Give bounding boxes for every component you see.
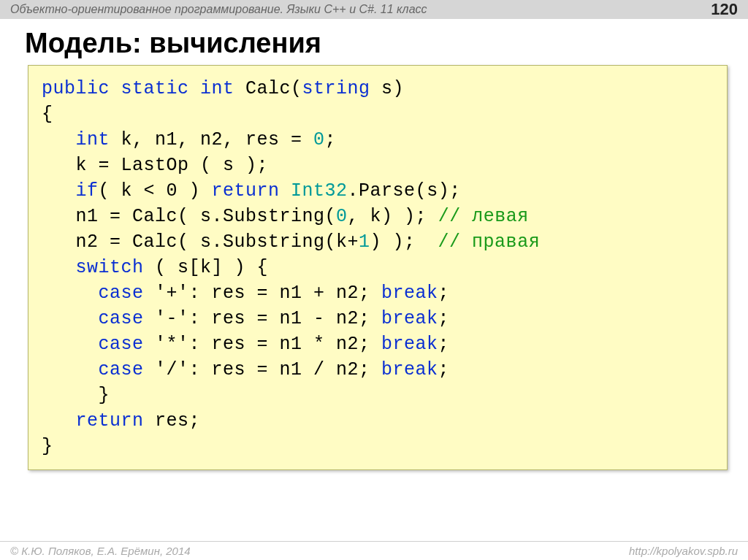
code-content: public static int Calc(string s) { int k… xyxy=(42,76,721,459)
slide: Объектно-ориентированное программировани… xyxy=(0,0,748,560)
header-bar: Объектно-ориентированное программировани… xyxy=(0,0,748,19)
copyright: © К.Ю. Поляков, Е.А. Ерёмин, 2014 xyxy=(10,545,191,557)
page-number: 120 xyxy=(711,0,738,19)
header-title: Объектно-ориентированное программировани… xyxy=(10,3,427,16)
slide-title: Модель: вычисления xyxy=(25,28,748,59)
code-block: public static int Calc(string s) { int k… xyxy=(28,65,728,470)
footer: © К.Ю. Поляков, Е.А. Ерёмин, 2014 http:/… xyxy=(0,541,748,560)
source-url: http://kpolyakov.spb.ru xyxy=(629,545,738,557)
